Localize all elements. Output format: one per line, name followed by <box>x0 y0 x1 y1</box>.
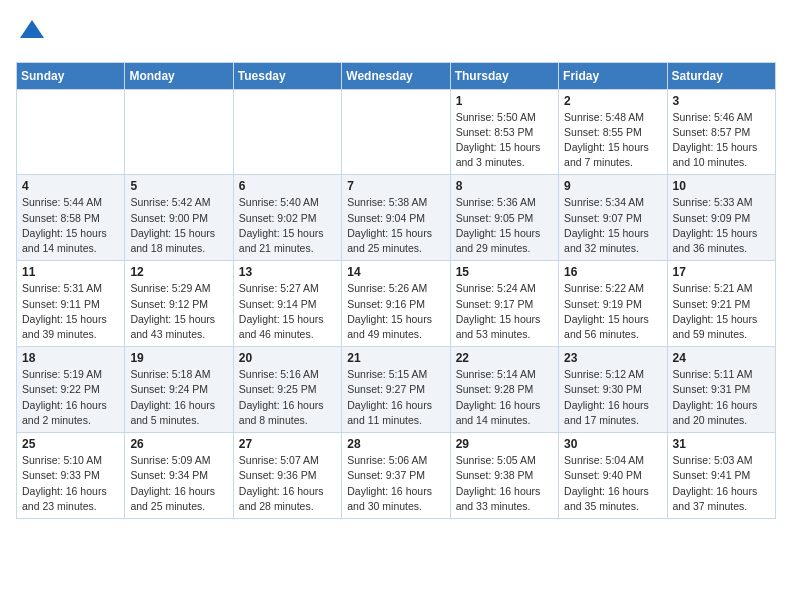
calendar-cell: 29Sunrise: 5:05 AMSunset: 9:38 PMDayligh… <box>450 433 558 519</box>
calendar-table: SundayMondayTuesdayWednesdayThursdayFrid… <box>16 62 776 519</box>
calendar-cell: 19Sunrise: 5:18 AMSunset: 9:24 PMDayligh… <box>125 347 233 433</box>
calendar-cell: 13Sunrise: 5:27 AMSunset: 9:14 PMDayligh… <box>233 261 341 347</box>
day-info: Sunrise: 5:21 AMSunset: 9:21 PMDaylight:… <box>673 281 770 342</box>
day-info: Sunrise: 5:04 AMSunset: 9:40 PMDaylight:… <box>564 453 661 514</box>
day-number: 30 <box>564 437 661 451</box>
weekday-header: Sunday <box>17 62 125 89</box>
day-info: Sunrise: 5:09 AMSunset: 9:34 PMDaylight:… <box>130 453 227 514</box>
calendar-cell: 14Sunrise: 5:26 AMSunset: 9:16 PMDayligh… <box>342 261 450 347</box>
calendar-cell: 8Sunrise: 5:36 AMSunset: 9:05 PMDaylight… <box>450 175 558 261</box>
calendar-cell: 5Sunrise: 5:42 AMSunset: 9:00 PMDaylight… <box>125 175 233 261</box>
day-number: 6 <box>239 179 336 193</box>
calendar-cell: 28Sunrise: 5:06 AMSunset: 9:37 PMDayligh… <box>342 433 450 519</box>
calendar-cell: 24Sunrise: 5:11 AMSunset: 9:31 PMDayligh… <box>667 347 775 433</box>
calendar-header-row: SundayMondayTuesdayWednesdayThursdayFrid… <box>17 62 776 89</box>
day-info: Sunrise: 5:18 AMSunset: 9:24 PMDaylight:… <box>130 367 227 428</box>
day-info: Sunrise: 5:40 AMSunset: 9:02 PMDaylight:… <box>239 195 336 256</box>
calendar-cell <box>342 89 450 175</box>
svg-marker-0 <box>20 20 44 38</box>
calendar-cell: 4Sunrise: 5:44 AMSunset: 8:58 PMDaylight… <box>17 175 125 261</box>
calendar-week-row: 11Sunrise: 5:31 AMSunset: 9:11 PMDayligh… <box>17 261 776 347</box>
calendar-cell: 2Sunrise: 5:48 AMSunset: 8:55 PMDaylight… <box>559 89 667 175</box>
day-number: 15 <box>456 265 553 279</box>
calendar-cell: 1Sunrise: 5:50 AMSunset: 8:53 PMDaylight… <box>450 89 558 175</box>
day-number: 24 <box>673 351 770 365</box>
day-info: Sunrise: 5:22 AMSunset: 9:19 PMDaylight:… <box>564 281 661 342</box>
day-info: Sunrise: 5:38 AMSunset: 9:04 PMDaylight:… <box>347 195 444 256</box>
day-number: 16 <box>564 265 661 279</box>
calendar-cell: 17Sunrise: 5:21 AMSunset: 9:21 PMDayligh… <box>667 261 775 347</box>
day-number: 21 <box>347 351 444 365</box>
day-info: Sunrise: 5:06 AMSunset: 9:37 PMDaylight:… <box>347 453 444 514</box>
day-number: 22 <box>456 351 553 365</box>
day-info: Sunrise: 5:34 AMSunset: 9:07 PMDaylight:… <box>564 195 661 256</box>
calendar-week-row: 4Sunrise: 5:44 AMSunset: 8:58 PMDaylight… <box>17 175 776 261</box>
day-number: 25 <box>22 437 119 451</box>
calendar-cell <box>233 89 341 175</box>
calendar-cell: 7Sunrise: 5:38 AMSunset: 9:04 PMDaylight… <box>342 175 450 261</box>
day-number: 14 <box>347 265 444 279</box>
weekday-header: Wednesday <box>342 62 450 89</box>
calendar-cell: 27Sunrise: 5:07 AMSunset: 9:36 PMDayligh… <box>233 433 341 519</box>
day-number: 27 <box>239 437 336 451</box>
weekday-header: Friday <box>559 62 667 89</box>
calendar-cell: 16Sunrise: 5:22 AMSunset: 9:19 PMDayligh… <box>559 261 667 347</box>
logo-icon <box>18 16 46 44</box>
day-number: 5 <box>130 179 227 193</box>
day-number: 23 <box>564 351 661 365</box>
logo <box>16 16 46 50</box>
calendar-cell <box>125 89 233 175</box>
day-info: Sunrise: 5:31 AMSunset: 9:11 PMDaylight:… <box>22 281 119 342</box>
day-info: Sunrise: 5:36 AMSunset: 9:05 PMDaylight:… <box>456 195 553 256</box>
day-number: 18 <box>22 351 119 365</box>
day-number: 12 <box>130 265 227 279</box>
day-number: 1 <box>456 94 553 108</box>
day-number: 11 <box>22 265 119 279</box>
day-info: Sunrise: 5:10 AMSunset: 9:33 PMDaylight:… <box>22 453 119 514</box>
day-info: Sunrise: 5:26 AMSunset: 9:16 PMDaylight:… <box>347 281 444 342</box>
day-number: 31 <box>673 437 770 451</box>
day-info: Sunrise: 5:42 AMSunset: 9:00 PMDaylight:… <box>130 195 227 256</box>
day-number: 17 <box>673 265 770 279</box>
day-info: Sunrise: 5:12 AMSunset: 9:30 PMDaylight:… <box>564 367 661 428</box>
weekday-header: Monday <box>125 62 233 89</box>
day-number: 10 <box>673 179 770 193</box>
day-number: 7 <box>347 179 444 193</box>
calendar-cell <box>17 89 125 175</box>
calendar-cell: 6Sunrise: 5:40 AMSunset: 9:02 PMDaylight… <box>233 175 341 261</box>
day-info: Sunrise: 5:27 AMSunset: 9:14 PMDaylight:… <box>239 281 336 342</box>
calendar-cell: 25Sunrise: 5:10 AMSunset: 9:33 PMDayligh… <box>17 433 125 519</box>
day-info: Sunrise: 5:46 AMSunset: 8:57 PMDaylight:… <box>673 110 770 171</box>
calendar-cell: 11Sunrise: 5:31 AMSunset: 9:11 PMDayligh… <box>17 261 125 347</box>
calendar-cell: 20Sunrise: 5:16 AMSunset: 9:25 PMDayligh… <box>233 347 341 433</box>
calendar-cell: 9Sunrise: 5:34 AMSunset: 9:07 PMDaylight… <box>559 175 667 261</box>
calendar-cell: 30Sunrise: 5:04 AMSunset: 9:40 PMDayligh… <box>559 433 667 519</box>
day-info: Sunrise: 5:29 AMSunset: 9:12 PMDaylight:… <box>130 281 227 342</box>
day-info: Sunrise: 5:16 AMSunset: 9:25 PMDaylight:… <box>239 367 336 428</box>
day-info: Sunrise: 5:03 AMSunset: 9:41 PMDaylight:… <box>673 453 770 514</box>
weekday-header: Saturday <box>667 62 775 89</box>
calendar-cell: 21Sunrise: 5:15 AMSunset: 9:27 PMDayligh… <box>342 347 450 433</box>
day-info: Sunrise: 5:05 AMSunset: 9:38 PMDaylight:… <box>456 453 553 514</box>
day-number: 20 <box>239 351 336 365</box>
day-info: Sunrise: 5:14 AMSunset: 9:28 PMDaylight:… <box>456 367 553 428</box>
calendar-week-row: 1Sunrise: 5:50 AMSunset: 8:53 PMDaylight… <box>17 89 776 175</box>
weekday-header: Thursday <box>450 62 558 89</box>
calendar-cell: 10Sunrise: 5:33 AMSunset: 9:09 PMDayligh… <box>667 175 775 261</box>
page-header <box>16 16 776 50</box>
day-number: 9 <box>564 179 661 193</box>
day-info: Sunrise: 5:48 AMSunset: 8:55 PMDaylight:… <box>564 110 661 171</box>
day-info: Sunrise: 5:19 AMSunset: 9:22 PMDaylight:… <box>22 367 119 428</box>
calendar-week-row: 25Sunrise: 5:10 AMSunset: 9:33 PMDayligh… <box>17 433 776 519</box>
day-number: 8 <box>456 179 553 193</box>
day-info: Sunrise: 5:33 AMSunset: 9:09 PMDaylight:… <box>673 195 770 256</box>
day-info: Sunrise: 5:44 AMSunset: 8:58 PMDaylight:… <box>22 195 119 256</box>
day-info: Sunrise: 5:24 AMSunset: 9:17 PMDaylight:… <box>456 281 553 342</box>
weekday-header: Tuesday <box>233 62 341 89</box>
calendar-cell: 12Sunrise: 5:29 AMSunset: 9:12 PMDayligh… <box>125 261 233 347</box>
day-number: 2 <box>564 94 661 108</box>
day-info: Sunrise: 5:50 AMSunset: 8:53 PMDaylight:… <box>456 110 553 171</box>
calendar-cell: 23Sunrise: 5:12 AMSunset: 9:30 PMDayligh… <box>559 347 667 433</box>
day-number: 4 <box>22 179 119 193</box>
day-info: Sunrise: 5:07 AMSunset: 9:36 PMDaylight:… <box>239 453 336 514</box>
